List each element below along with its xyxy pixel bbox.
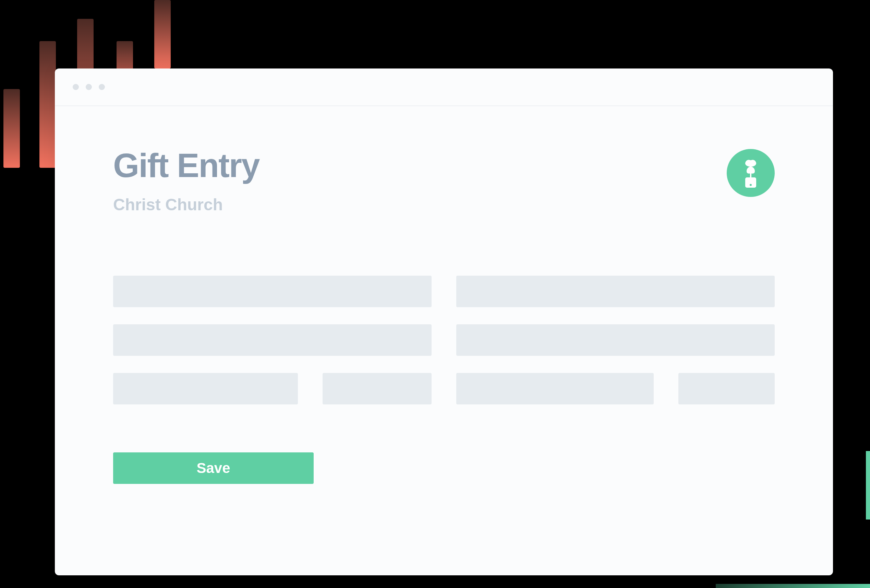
svg-point-2 [750,184,752,186]
form-input[interactable] [113,276,432,307]
form-input[interactable] [113,324,432,356]
svg-rect-0 [750,166,751,178]
svg-rect-1 [745,177,756,188]
content-area: Gift Entry Christ Church [55,106,833,511]
form-column-left [113,373,432,404]
form-column-right [456,324,775,356]
form-input[interactable] [456,276,775,307]
page-subtitle: Christ Church [113,195,259,214]
browser-window: Gift Entry Christ Church [55,68,833,575]
page-title: Gift Entry [113,147,259,184]
decorative-bar [3,89,20,168]
form-column-right [456,276,775,307]
form-row [113,373,775,404]
decorative-bar [39,41,56,168]
form-column-left [113,324,432,356]
form-input[interactable] [678,373,775,404]
window-control-maximize[interactable] [99,84,105,90]
decorative-line [716,584,870,588]
form-row [113,324,775,356]
window-titlebar [55,68,833,106]
form-row [113,276,775,307]
form-input[interactable] [113,373,298,404]
form-area: Save [113,276,775,484]
title-group: Gift Entry Christ Church [113,147,259,214]
window-control-minimize[interactable] [86,84,92,90]
plant-phone-icon [737,157,764,189]
header-row: Gift Entry Christ Church [113,147,775,214]
form-column-left [113,276,432,307]
save-button[interactable]: Save [113,452,314,484]
form-column-right [456,373,775,404]
form-input[interactable] [323,373,432,404]
brand-badge [727,149,775,197]
form-input[interactable] [456,324,775,356]
decorative-line [866,451,870,520]
window-control-close[interactable] [73,84,79,90]
form-input[interactable] [456,373,654,404]
decorative-bar [154,0,171,68]
